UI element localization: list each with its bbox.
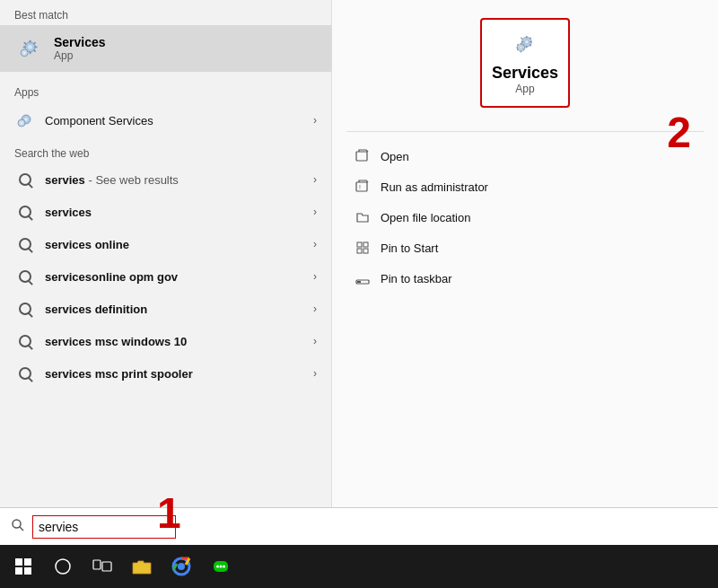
taskbar xyxy=(0,545,718,588)
action-run-admin-label: Run as administrator xyxy=(381,180,488,194)
svg-rect-41 xyxy=(357,249,362,253)
search-icon-6 xyxy=(14,363,36,384)
best-match-text: Services App xyxy=(54,35,106,62)
web-item-5[interactable]: services msc windows 10 › xyxy=(0,325,331,357)
svg-text:!: ! xyxy=(359,184,361,190)
search-icon-2 xyxy=(14,233,36,255)
action-list: Open ! Run as administrator xyxy=(346,141,704,294)
web-chevron-1: › xyxy=(313,206,317,218)
pin-start-icon xyxy=(354,239,372,257)
search-icon-4 xyxy=(14,298,36,320)
svg-rect-48 xyxy=(24,558,31,566)
web-item-4[interactable]: services definition › xyxy=(0,293,331,325)
svg-point-17 xyxy=(525,39,530,44)
svg-rect-50 xyxy=(24,567,31,575)
search-bar-icon xyxy=(11,518,25,535)
web-chevron-0: › xyxy=(313,173,317,186)
web-item-label-3: servicesonline opm gov xyxy=(45,270,313,284)
web-chevron-4: › xyxy=(313,303,317,315)
action-file-location-label: Open file location xyxy=(381,211,470,224)
app-detail: Services App xyxy=(346,18,704,108)
svg-point-1 xyxy=(28,45,32,49)
svg-point-45 xyxy=(13,520,21,528)
best-match-item[interactable]: Services App xyxy=(0,25,331,72)
component-services-chevron: › xyxy=(313,114,317,127)
web-item-3[interactable]: servicesonline opm gov › xyxy=(0,260,331,293)
component-services-icon xyxy=(14,110,36,131)
search-input[interactable] xyxy=(32,515,176,539)
start-menu: Best match xyxy=(0,0,718,545)
svg-rect-44 xyxy=(357,281,361,283)
svg-rect-49 xyxy=(15,567,22,575)
task-view-button[interactable] xyxy=(83,547,122,586)
action-pin-taskbar-label: Pin to taskbar xyxy=(381,272,452,285)
chrome-button[interactable] xyxy=(162,547,201,586)
svg-point-13 xyxy=(24,118,28,121)
web-item-1[interactable]: services › xyxy=(0,196,331,228)
svg-rect-53 xyxy=(102,562,111,571)
svg-rect-47 xyxy=(15,558,22,566)
web-chevron-3: › xyxy=(313,270,317,283)
svg-point-59 xyxy=(223,566,225,568)
svg-point-15 xyxy=(21,122,23,125)
action-pin-start-label: Pin to Start xyxy=(381,241,438,255)
right-panel: Services App Open xyxy=(332,0,718,545)
apps-label: Apps xyxy=(0,77,331,102)
search-icon-1 xyxy=(14,201,36,223)
web-section-label: Search the web xyxy=(0,140,331,163)
web-item-6[interactable]: services msc print spooler › xyxy=(0,357,331,390)
web-chevron-5: › xyxy=(313,335,317,347)
svg-rect-36 xyxy=(356,152,367,161)
web-item-label-1: services xyxy=(45,206,313,219)
action-pin-start[interactable]: Pin to Start xyxy=(346,233,704,263)
svg-rect-3 xyxy=(30,51,31,54)
start-menu-body: Best match xyxy=(0,0,718,545)
start-button[interactable] xyxy=(4,547,43,586)
cortana-button[interactable] xyxy=(43,547,83,586)
file-explorer-button[interactable] xyxy=(122,547,162,586)
app-detail-name: Services xyxy=(492,64,558,83)
svg-rect-39 xyxy=(357,242,362,247)
svg-rect-30 xyxy=(524,47,526,48)
open-icon xyxy=(354,147,372,165)
apps-section: Apps Component Services › xyxy=(0,72,331,140)
svg-rect-4 xyxy=(34,47,37,48)
search-icon-0 xyxy=(14,169,36,190)
svg-rect-52 xyxy=(93,560,101,569)
best-match-name: Services xyxy=(54,35,106,49)
svg-rect-19 xyxy=(526,46,527,48)
app-detail-type: App xyxy=(515,83,534,95)
svg-point-27 xyxy=(520,46,522,48)
left-panel: Best match xyxy=(0,0,332,545)
number-2-badge: 2 xyxy=(667,108,691,157)
svg-rect-31 xyxy=(516,47,518,48)
pin-taskbar-icon xyxy=(354,269,372,287)
svg-rect-5 xyxy=(23,47,26,48)
svg-rect-2 xyxy=(30,39,31,42)
web-item-2[interactable]: services online › xyxy=(0,228,331,260)
search-icon-5 xyxy=(14,330,36,352)
web-item-label-2: services online xyxy=(45,238,313,251)
action-run-admin[interactable]: ! Run as administrator xyxy=(346,171,704,202)
web-item-0[interactable]: servies - See web results › xyxy=(0,163,331,196)
action-open[interactable]: Open xyxy=(346,141,704,171)
svg-point-57 xyxy=(216,566,219,568)
svg-rect-40 xyxy=(363,242,368,247)
file-location-icon xyxy=(354,208,372,226)
web-item-label-5: services msc windows 10 xyxy=(45,335,313,348)
divider xyxy=(346,131,704,132)
action-pin-taskbar[interactable]: Pin to taskbar xyxy=(346,263,704,294)
component-services-item[interactable]: Component Services › xyxy=(0,102,331,138)
svg-point-11 xyxy=(23,51,26,54)
best-match-type: App xyxy=(54,49,106,62)
best-match-label: Best match xyxy=(0,0,331,25)
action-file-location[interactable]: Open file location xyxy=(346,202,704,233)
svg-rect-28 xyxy=(521,43,521,45)
search-icon-3 xyxy=(14,266,36,287)
web-chevron-2: › xyxy=(313,238,317,250)
web-item-label-4: services definition xyxy=(45,303,313,316)
line-button[interactable] xyxy=(201,547,241,586)
svg-rect-37 xyxy=(356,182,367,191)
web-item-label-0: servies - See web results xyxy=(45,173,313,187)
svg-point-58 xyxy=(220,566,223,568)
